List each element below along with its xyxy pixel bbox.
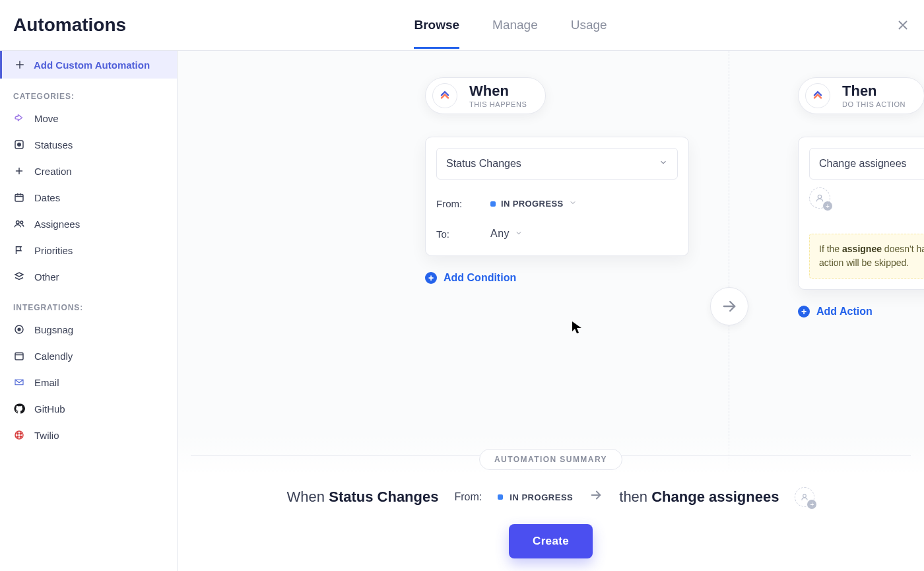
- github-icon: [13, 403, 25, 415]
- sidebar-item-label: Bugsnag: [34, 324, 73, 335]
- sidebar-item-move[interactable]: Move: [0, 105, 177, 131]
- svg-rect-7: [15, 353, 23, 360]
- sidebar-item-label: GitHub: [34, 403, 65, 415]
- plus-outline-icon: [13, 165, 25, 177]
- sidebar-item-label: Move: [34, 113, 59, 124]
- sidebar-item-label: Dates: [34, 192, 60, 203]
- add-action-button[interactable]: + Add Action: [798, 306, 873, 318]
- svg-rect-2: [15, 195, 23, 202]
- sidebar-item-assignees[interactable]: Assignees: [0, 211, 177, 237]
- add-label: Add Custom Automation: [34, 59, 150, 71]
- when-pill: When THIS HAPPENS: [425, 77, 546, 114]
- svg-point-12: [20, 436, 21, 437]
- plus-circle-icon: +: [798, 306, 810, 318]
- svg-point-9: [17, 433, 18, 434]
- cursor-icon: [572, 321, 581, 336]
- automation-canvas: When THIS HAPPENS Status Changes From: I…: [178, 51, 924, 571]
- sidebar-item-label: Statuses: [34, 139, 73, 151]
- flag-icon: [13, 244, 25, 256]
- sidebar-item-label: Creation: [34, 166, 72, 177]
- sidebar-item-label: Email: [34, 377, 59, 388]
- add-action-label: Add Action: [816, 306, 873, 318]
- chevron-down-icon: [659, 158, 668, 170]
- trigger-select-value: Status Changes: [446, 158, 521, 170]
- sidebar-item-label: Other: [34, 271, 59, 283]
- square-dot-icon: [13, 139, 25, 151]
- create-button[interactable]: Create: [509, 524, 593, 558]
- sidebar-group-categories: CATEGORIES:: [0, 79, 177, 105]
- chevron-down-icon: [569, 199, 577, 209]
- from-status-value: IN PROGRESS: [501, 199, 564, 209]
- sidebar-item-calendly[interactable]: Calendly: [0, 343, 177, 369]
- assignee-access-notice: If the assignee doesn't have access to t…: [809, 234, 924, 279]
- app-logo-icon: [805, 83, 830, 108]
- when-title: When: [469, 84, 527, 98]
- sidebar-item-dates[interactable]: Dates: [0, 184, 177, 211]
- summary-badge: AUTOMATION SUMMARY: [479, 449, 622, 470]
- svg-point-6: [18, 328, 20, 331]
- status-color-swatch: [498, 494, 503, 500]
- then-column: Then DO THIS ACTION Change assignees +: [798, 77, 924, 318]
- to-status-dropdown[interactable]: Any: [490, 228, 523, 240]
- when-column: When THIS HAPPENS Status Changes From: I…: [425, 77, 689, 284]
- close-button[interactable]: [895, 17, 911, 33]
- from-label: From:: [436, 198, 476, 209]
- sidebar-group-integrations: INTEGRATIONS:: [0, 290, 177, 316]
- svg-point-13: [818, 195, 821, 198]
- sidebar-item-statuses[interactable]: Statuses: [0, 131, 177, 158]
- add-assignee-button[interactable]: +: [809, 187, 830, 209]
- from-status-dropdown[interactable]: IN PROGRESS: [490, 199, 577, 209]
- flow-arrow: [710, 287, 748, 325]
- header-tabs: Browse Manage Usage: [414, 1, 607, 49]
- mail-icon: [13, 376, 25, 388]
- sidebar-item-label: Priorities: [34, 245, 73, 256]
- add-condition-label: Add Condition: [444, 272, 516, 284]
- sidebar-item-creation[interactable]: Creation: [0, 158, 177, 184]
- app-logo-icon: [432, 83, 457, 108]
- arrow-right-icon: [589, 488, 603, 506]
- sidebar-item-label: Calendly: [34, 351, 73, 362]
- summary-from-label: From:: [454, 491, 482, 503]
- sidebar-item-other[interactable]: Other: [0, 263, 177, 290]
- summary-assignee-icon: +: [795, 487, 814, 507]
- chevron-down-icon: [515, 228, 523, 240]
- page-title: Automations: [13, 15, 126, 36]
- tab-manage[interactable]: Manage: [492, 1, 538, 49]
- svg-point-14: [803, 494, 807, 498]
- add-custom-automation[interactable]: Add Custom Automation: [0, 51, 177, 79]
- people-icon: [13, 218, 25, 230]
- svg-point-8: [15, 431, 23, 439]
- svg-point-10: [20, 433, 21, 434]
- sidebar-item-twilio[interactable]: Twilio: [0, 422, 177, 448]
- to-label: To:: [436, 228, 476, 240]
- sidebar-item-github[interactable]: GitHub: [0, 395, 177, 422]
- plus-icon: [14, 59, 26, 71]
- action-select-value: Change assignees: [819, 158, 907, 170]
- plus-badge-icon: +: [823, 201, 832, 211]
- sidebar: Add Custom Automation CATEGORIES: Move S…: [0, 51, 178, 571]
- tab-usage[interactable]: Usage: [571, 1, 607, 49]
- plus-badge-icon: +: [807, 500, 816, 509]
- sidebar-item-email[interactable]: Email: [0, 369, 177, 395]
- then-panel: Change assignees + Advanced If the assig…: [798, 137, 924, 290]
- action-select[interactable]: Change assignees: [809, 148, 924, 180]
- arrow-share-icon: [13, 112, 25, 124]
- app-header: Automations Browse Manage Usage: [0, 0, 924, 51]
- sidebar-item-bugsnag[interactable]: Bugsnag: [0, 316, 177, 343]
- sidebar-item-priorities[interactable]: Priorities: [0, 237, 177, 263]
- bugsnag-icon: [13, 323, 25, 335]
- svg-point-1: [18, 143, 21, 147]
- then-pill: Then DO THIS ACTION: [798, 77, 924, 114]
- sidebar-item-label: Twilio: [34, 430, 59, 441]
- svg-point-4: [20, 221, 23, 224]
- svg-point-11: [17, 436, 18, 437]
- to-status-value: Any: [490, 228, 510, 240]
- plus-circle-icon: +: [425, 272, 437, 284]
- add-condition-button[interactable]: + Add Condition: [425, 272, 516, 284]
- automation-summary: AUTOMATION SUMMARY When Status Changes F…: [178, 433, 924, 571]
- then-title: Then: [842, 84, 906, 98]
- twilio-icon: [13, 429, 25, 441]
- tab-browse[interactable]: Browse: [414, 1, 459, 49]
- when-subtitle: THIS HAPPENS: [469, 100, 527, 108]
- trigger-select[interactable]: Status Changes: [436, 148, 678, 180]
